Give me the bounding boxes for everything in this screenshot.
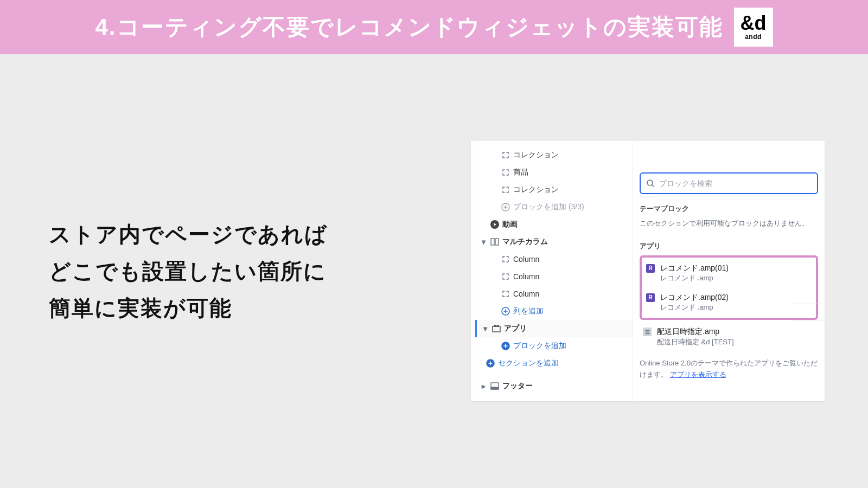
search-blocks-field[interactable] <box>640 172 818 194</box>
tree-label: Column <box>513 272 628 281</box>
app-puzzle-icon <box>492 324 501 333</box>
highlighted-app-group: R レコメンド.amp(01) レコメンド .amp R レコメンド.amp(0… <box>640 255 818 320</box>
tree-item-video[interactable]: 動画 <box>475 216 633 233</box>
svg-rect-11 <box>491 387 499 389</box>
caret-down-icon: ▾ <box>483 324 489 333</box>
section-heading-apps: アプリ <box>640 241 818 251</box>
tree-add-section[interactable]: セクションを追加 <box>475 355 633 372</box>
svg-rect-7 <box>497 325 499 326</box>
divider <box>792 304 825 304</box>
tree-label: 動画 <box>502 220 628 229</box>
section-icon <box>501 290 510 298</box>
logo-main-text: &d <box>741 14 767 33</box>
footer-text: Online Store 2.0のテーマで作られたアプリをご覧いただけます。 <box>640 359 818 378</box>
section-heading-theme-blocks: テーマブロック <box>640 204 818 214</box>
tree-item-column-3[interactable]: Column <box>475 285 633 303</box>
tree-label: セクションを追加 <box>498 358 628 368</box>
slide-title: 4.コーティング不要でレコメンドウィジェットの実装可能 <box>95 12 723 42</box>
tree-item-product[interactable]: 商品 <box>475 164 633 181</box>
tree-add-column[interactable]: 列を追加 <box>475 303 633 320</box>
desc-line-2: どこでも設置したい箇所に <box>49 253 471 290</box>
slide-body: ストア内でページであれば どこでも設置したい箇所に 簡単に実装が可能 コレクショ… <box>0 54 868 488</box>
app-block-item-2[interactable]: R レコメンド.amp(02) レコメンド .amp <box>643 288 815 317</box>
search-input[interactable] <box>659 179 812 188</box>
search-icon <box>646 179 655 188</box>
tree-item-app[interactable]: ▾ アプリ <box>475 320 633 337</box>
svg-rect-5 <box>493 326 500 332</box>
desc-line-1: ストア内でページであれば <box>49 216 471 253</box>
columns-icon <box>490 237 499 246</box>
app-badge-icon: R <box>646 293 655 302</box>
app-item-subtitle: レコメンド .amp <box>660 303 729 312</box>
app-block-item-1[interactable]: R レコメンド.amp(01) レコメンド .amp <box>643 259 815 288</box>
section-icon <box>501 151 510 159</box>
tree-label: アプリ <box>504 324 628 333</box>
svg-rect-6 <box>494 325 496 326</box>
play-circle-icon <box>490 220 499 229</box>
tree-item-multicolumn[interactable]: ▾ マルチカラム <box>475 233 633 251</box>
tree-item-footer[interactable]: ▸ フッター <box>475 377 633 395</box>
tree-label: Column <box>513 255 628 264</box>
section-tree-panel: コレクション 商品 コレクション ブロックを追加 (3/3) 動画 ▾ <box>475 141 633 401</box>
plus-circle-icon <box>501 203 510 211</box>
footer-icon <box>490 382 499 390</box>
desc-line-3: 簡単に実装が可能 <box>49 290 471 326</box>
theme-editor-screenshot: コレクション 商品 コレクション ブロックを追加 (3/3) 動画 ▾ <box>471 141 825 401</box>
caret-down-icon: ▾ <box>482 237 487 246</box>
brand-logo: &d andd <box>734 8 773 47</box>
tree-label: ブロックを追加 <box>513 341 628 351</box>
panel-footer-message: Online Store 2.0のテーマで作られたアプリをご覧いただけます。 ア… <box>640 358 818 381</box>
tree-label: Column <box>513 290 628 298</box>
app-item-title: レコメンド.amp(01) <box>660 263 729 274</box>
section-icon <box>501 272 510 281</box>
plus-circle-icon <box>501 342 510 350</box>
tree-label: フッター <box>502 381 628 391</box>
tree-label: コレクション <box>513 185 628 195</box>
slide-header: 4.コーティング不要でレコメンドウィジェットの実装可能 &d andd <box>0 0 868 54</box>
app-block-item-delivery[interactable]: ☰ 配送日時指定.amp 配送日時指定 &d [TEST] <box>640 322 818 351</box>
tree-add-block-disabled: ブロックを追加 (3/3) <box>475 198 633 216</box>
app-badge-icon: R <box>646 264 655 273</box>
left-gutter <box>471 141 475 401</box>
tree-add-block[interactable]: ブロックを追加 <box>475 337 633 355</box>
app-item-subtitle: レコメンド .amp <box>660 273 729 283</box>
app-item-title: レコメンド.amp(02) <box>660 292 729 303</box>
tree-item-collection[interactable]: コレクション <box>475 146 633 164</box>
tree-label: コレクション <box>513 150 628 160</box>
tree-label: 商品 <box>513 168 628 177</box>
block-picker-panel: テーマブロック このセクションで利用可能なブロックはありません。 アプリ R レ… <box>633 141 825 401</box>
app-badge-icon: ☰ <box>643 328 652 336</box>
tree-label: マルチカラム <box>502 237 628 247</box>
tree-item-column-1[interactable]: Column <box>475 251 633 268</box>
plus-circle-icon <box>501 307 510 316</box>
section-icon <box>501 185 510 194</box>
tree-item-column-2[interactable]: Column <box>475 268 633 285</box>
tree-item-collection-2[interactable]: コレクション <box>475 181 633 198</box>
empty-message: このセクションで利用可能なブロックはありません。 <box>640 218 818 229</box>
plus-circle-icon <box>486 359 495 368</box>
tree-label: ブロックを追加 (3/3) <box>513 202 628 212</box>
description-text: ストア内でページであれば どこでも設置したい箇所に 簡単に実装が可能 <box>49 216 471 326</box>
divider <box>792 320 825 320</box>
show-apps-link[interactable]: アプリを表示する <box>670 370 726 378</box>
svg-rect-2 <box>491 239 494 245</box>
tree-label: 列を追加 <box>513 306 628 316</box>
caret-right-icon: ▸ <box>482 382 487 390</box>
section-icon <box>501 168 510 177</box>
svg-rect-3 <box>495 239 499 245</box>
logo-sub-text: andd <box>745 33 762 41</box>
app-item-subtitle: 配送日時指定 &d [TEST] <box>657 337 734 347</box>
app-item-title: 配送日時指定.amp <box>657 326 734 337</box>
section-icon <box>501 255 510 264</box>
